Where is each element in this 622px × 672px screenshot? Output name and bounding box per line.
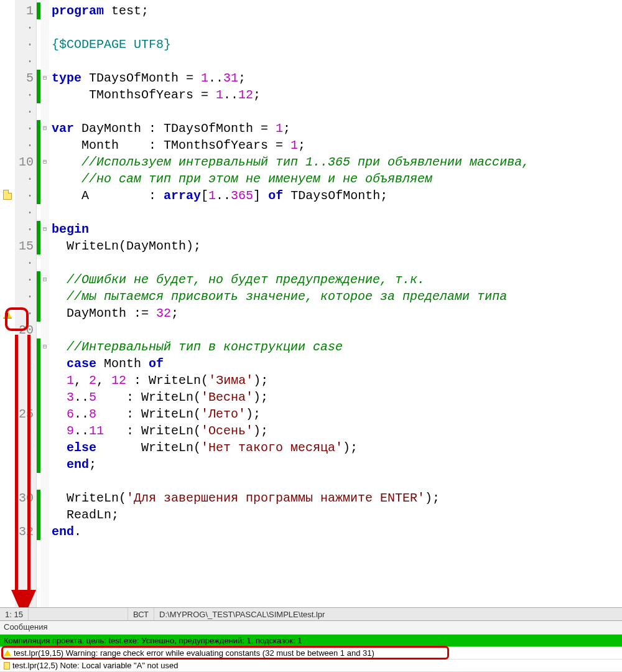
messages-panel-title[interactable]: Сообщения	[0, 621, 622, 635]
code-line[interactable]: 9..11 : WriteLn('Осень');	[52, 422, 622, 439]
code-line[interactable]	[52, 204, 622, 221]
note-icon	[3, 190, 12, 200]
code-line[interactable]: WriteLn(DayMonth);	[52, 238, 622, 254]
code-content[interactable]: program test; {$CODEPAGE UTF8} type TDay…	[49, 0, 622, 607]
code-line[interactable]: DayMonth := 32;	[52, 305, 622, 322]
code-line[interactable]: A : array[1..365] of TDaysOfMonth;	[52, 187, 622, 204]
code-line[interactable]: TMonthsOfYears = 1..12;	[52, 86, 622, 103]
code-line[interactable]: WriteLn('Для завершения программы нажмит…	[52, 490, 622, 506]
code-line[interactable]: //Интервальный тип в конструкции case	[52, 338, 622, 355]
status-bar: 1: 15 ВСТ D:\MYPROG\_TEST\PASCAL\SIMPLE\…	[0, 607, 622, 621]
code-line[interactable]	[52, 103, 622, 120]
code-line[interactable]: //но сам тип при этом не именуем и не об…	[52, 170, 622, 187]
code-line[interactable]: end;	[52, 456, 622, 473]
code-line[interactable]: end.	[52, 523, 622, 540]
code-line[interactable]: else WriteLn('Нет такого месяца');	[52, 439, 622, 456]
code-line[interactable]: //Используем интервальный тип 1..365 при…	[52, 154, 622, 170]
line-numbers: 1···5····10····15····20····25····30·32	[15, 0, 37, 607]
message-note[interactable]: test.lpr(12,5) Note: Local variable "A" …	[0, 660, 622, 672]
warning-icon	[4, 650, 11, 656]
file-path: D:\MYPROG\_TEST\PASCAL\SIMPLE\test.lpr	[154, 608, 622, 620]
code-line[interactable]: //мы пытаемся присвоить значение, которо…	[52, 288, 622, 305]
note-icon	[4, 662, 10, 670]
code-line[interactable]: type TDaysOfMonth = 1..31;	[52, 70, 622, 86]
fold-gutter[interactable]: ⊟⊟⊟⊟⊟⊟	[40, 0, 49, 607]
cursor-position: 1: 15	[0, 608, 29, 620]
code-line[interactable]: Month : TMonthsOfYears = 1;	[52, 137, 622, 154]
code-line[interactable]: 1, 2, 12 : WriteLn('Зима');	[52, 372, 622, 389]
message-warning[interactable]: test.lpr(19,15) Warning: range check err…	[0, 647, 622, 660]
code-line[interactable]	[52, 254, 622, 271]
code-line[interactable]: begin	[52, 221, 622, 238]
code-line[interactable]: 6..8 : WriteLn('Лето');	[52, 406, 622, 422]
message-compile-status[interactable]: Компиляция проекта, цель: test.exe: Успе…	[0, 635, 622, 647]
gutter-markers: !	[0, 0, 15, 607]
code-editor[interactable]: ! 1···5····10····15····20····25····30·32…	[0, 0, 622, 607]
code-line[interactable]: ReadLn;	[52, 506, 622, 523]
code-line[interactable]: 3..5 : WriteLn('Весна');	[52, 389, 622, 406]
code-line[interactable]	[52, 322, 622, 338]
warning-icon: !	[3, 310, 12, 319]
code-line[interactable]: {$CODEPAGE UTF8}	[52, 36, 622, 53]
code-line[interactable]: case Month of	[52, 355, 622, 372]
code-line[interactable]: var DayMonth : TDaysOfMonth = 1;	[52, 120, 622, 137]
code-line[interactable]: //Ошибки не будет, но будет предупрежден…	[52, 271, 622, 288]
code-line[interactable]	[52, 53, 622, 70]
code-line[interactable]	[52, 19, 622, 36]
insert-mode: ВСТ	[128, 608, 154, 620]
code-line[interactable]	[52, 473, 622, 490]
code-line[interactable]: program test;	[52, 2, 622, 19]
